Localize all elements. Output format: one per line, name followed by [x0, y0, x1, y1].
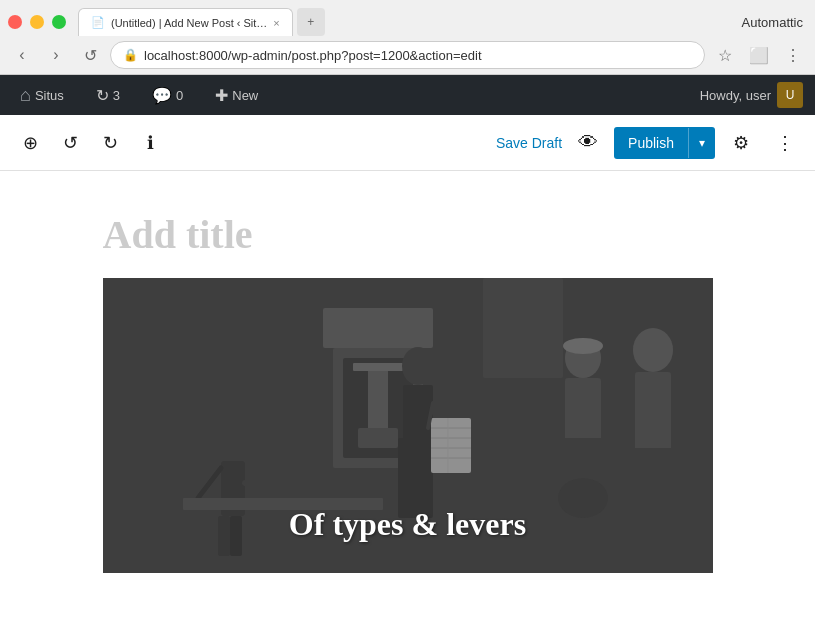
cover-title-text: Of types & levers	[289, 506, 526, 543]
browser-company: Automattic	[742, 15, 807, 30]
address-bar[interactable]: 🔒 localhost:8000/wp-admin/post.php?post=…	[110, 41, 705, 69]
gear-icon: ⚙	[733, 132, 749, 154]
forward-button[interactable]: ›	[42, 41, 70, 69]
chevron-down-icon: ▾	[699, 136, 705, 150]
info-button[interactable]: ℹ	[132, 125, 168, 161]
home-icon: ⌂	[20, 85, 31, 106]
wp-admin-bar: ⌂ Situs ↻ 3 💬 0 ✚ New Howdy, user U	[0, 75, 815, 115]
new-tab-button[interactable]: +	[297, 8, 325, 36]
cover-image-block[interactable]: Of types & levers	[103, 278, 713, 573]
avatar-initial: U	[786, 88, 795, 102]
info-icon: ℹ	[147, 132, 154, 154]
block-editor-toolbar: ⊕ ↺ ↻ ℹ Save Draft 👁 Publish ▾ ⚙ ⋮	[0, 115, 815, 171]
redo-button[interactable]: ↻	[92, 125, 128, 161]
comment-icon: 💬	[152, 86, 172, 105]
wp-howdy[interactable]: Howdy, user U	[700, 82, 803, 108]
tab-close-button[interactable]: ×	[273, 17, 279, 29]
redo-icon: ↻	[103, 132, 118, 154]
more-options-button[interactable]: ⋮	[779, 41, 807, 69]
new-label: New	[232, 88, 258, 103]
tab-favicon: 📄	[91, 16, 105, 29]
tab-title: (Untitled) | Add New Post ‹ Sit…	[111, 17, 267, 29]
user-avatar: U	[777, 82, 803, 108]
howdy-text: Howdy, user	[700, 88, 771, 103]
publish-button-group: Publish ▾	[614, 127, 715, 159]
editor-inner	[103, 211, 713, 278]
cover-image: Of types & levers	[103, 278, 713, 573]
back-button[interactable]: ‹	[8, 41, 36, 69]
window-maximize-dot[interactable]	[52, 15, 66, 29]
browser-tab-active[interactable]: 📄 (Untitled) | Add New Post ‹ Sit… ×	[78, 8, 293, 36]
wp-updates-item[interactable]: ↻ 3	[88, 75, 128, 115]
more-options-button[interactable]: ⋮	[767, 125, 803, 161]
updates-icon: ↻	[96, 86, 109, 105]
editor-content: Of types & levers	[0, 171, 815, 632]
settings-button[interactable]: ⚙	[723, 125, 759, 161]
toolbar-right: Save Draft 👁 Publish ▾ ⚙ ⋮	[496, 125, 803, 161]
reload-button[interactable]: ↺	[76, 41, 104, 69]
wp-comments-item[interactable]: 💬 0	[144, 75, 191, 115]
undo-icon: ↺	[63, 132, 78, 154]
cover-text-overlay: Of types & levers	[103, 476, 713, 573]
publish-button[interactable]: Publish	[614, 127, 688, 159]
wp-site-name: Situs	[35, 88, 64, 103]
comments-count: 0	[176, 88, 183, 103]
wp-home-item[interactable]: ⌂ Situs	[12, 75, 72, 115]
wp-new-item[interactable]: ✚ New	[207, 75, 266, 115]
bookmark-button[interactable]: ☆	[711, 41, 739, 69]
cast-button[interactable]: ⬜	[745, 41, 773, 69]
add-block-button[interactable]: ⊕	[12, 125, 48, 161]
toolbar-left: ⊕ ↺ ↻ ℹ	[12, 125, 168, 161]
plus-icon: ✚	[215, 86, 228, 105]
lock-icon: 🔒	[123, 48, 138, 62]
publish-dropdown-button[interactable]: ▾	[688, 128, 715, 158]
post-title-input[interactable]	[103, 211, 713, 278]
save-draft-button[interactable]: Save Draft	[496, 135, 562, 151]
eye-icon: 👁	[578, 131, 598, 154]
updates-count: 3	[113, 88, 120, 103]
wp-admin-bar-right: Howdy, user U	[700, 82, 803, 108]
window-close-dot[interactable]	[8, 15, 22, 29]
preview-button[interactable]: 👁	[570, 125, 606, 161]
undo-button[interactable]: ↺	[52, 125, 88, 161]
window-minimize-dot[interactable]	[30, 15, 44, 29]
url-text: localhost:8000/wp-admin/post.php?post=12…	[144, 48, 482, 63]
vertical-dots-icon: ⋮	[776, 132, 794, 154]
plus-circle-icon: ⊕	[23, 132, 38, 154]
